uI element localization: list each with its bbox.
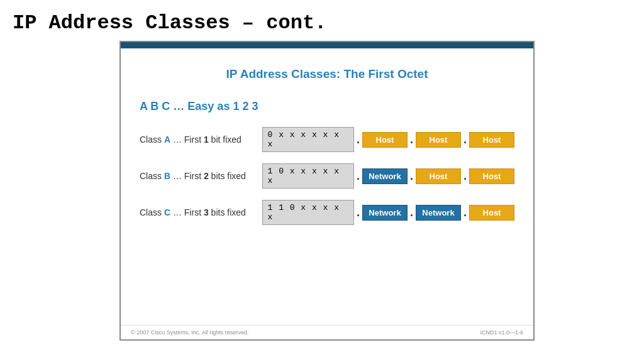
abc-heading: A B C … Easy as 1 2 3 [140,100,514,113]
class-b-letter: B [164,171,170,181]
dot-b3: . [464,170,467,183]
class-c-label: Class C … First 3 bits fixed [140,207,262,217]
class-c-octet2: Network [362,205,408,221]
class-b-octet3: Host [416,168,461,184]
class-a-first-octet: 0 x x x x x x x [262,127,354,152]
dot-a3: . [464,133,467,146]
footer-left: © 2007 Cisco Systems, Inc. All rights re… [131,329,248,336]
dot-b1: . [357,170,360,183]
dot-c3: . [464,206,467,219]
class-c-letter: C [164,207,170,217]
class-a-label: Class A … First 1 bit fixed [140,134,262,145]
class-c-octet3: Network [416,205,461,221]
class-b-octet4: Host [469,168,514,184]
class-a-letter: A [164,134,170,145]
dot-c1: . [357,206,360,219]
class-b-first-octet: 1 0 x x x x x x [262,163,354,189]
footer-right: ICND1 v1.0—1-6 [480,329,523,336]
class-a-row: Class A … First 1 bit fixed 0 x x x x x … [140,127,514,152]
class-b-row: Class B … First 2 bits fixed 1 0 x x x x… [140,163,514,189]
dot-b2: . [410,170,413,183]
slide-top-bar [121,42,533,48]
slide-inner-title: IP Address Classes: The First Octet [140,67,514,81]
class-a-octet3: Host [416,132,461,148]
slide-content: IP Address Classes: The First Octet A B … [121,48,533,325]
class-b-octet2: Network [362,168,408,184]
class-a-octet4: Host [469,132,514,148]
class-c-row: Class C … First 3 bits fixed 1 1 0 x x x… [140,200,514,225]
slide-footer: © 2007 Cisco Systems, Inc. All rights re… [121,325,533,339]
dot-a1: . [357,133,360,146]
class-c-octet4: Host [469,205,514,221]
class-a-octet2: Host [362,132,408,148]
page-title: IP Address Classes – cont. [0,0,644,41]
class-c-first-octet: 1 1 0 x x x x x [262,200,354,225]
class-b-label: Class B … First 2 bits fixed [140,171,262,181]
slide-container: IP Address Classes: The First Octet A B … [119,41,535,341]
dot-c2: . [410,206,413,219]
dot-a2: . [410,133,413,146]
